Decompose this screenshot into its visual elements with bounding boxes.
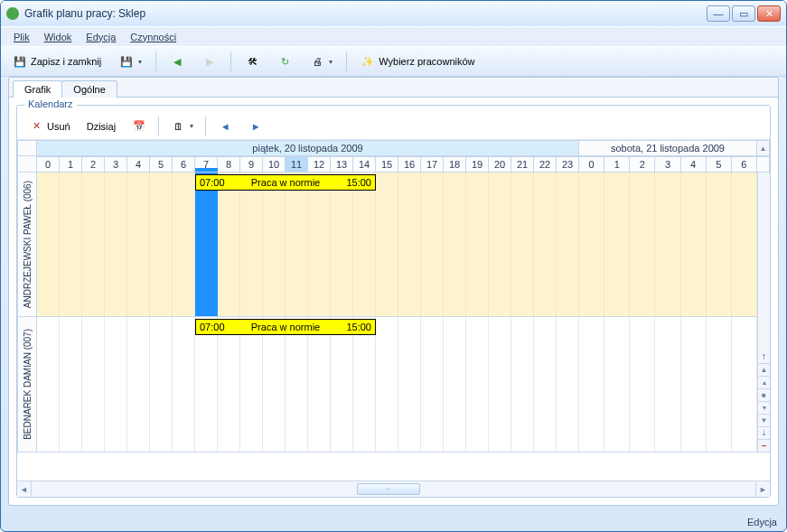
hour-cell[interactable]: 15 (376, 156, 398, 173)
collapse-button[interactable]: ▴ (758, 377, 770, 389)
hour-cell[interactable]: 14 (353, 156, 376, 173)
minimize-button[interactable]: — (707, 5, 730, 22)
event-end: 15:00 (346, 177, 371, 188)
scroll-track[interactable]: ⵈ (32, 481, 755, 497)
hour-cell[interactable]: 9 (240, 156, 263, 173)
view-split-button[interactable]: 🗓▾ (164, 116, 200, 137)
hour-cell[interactable]: 2 (82, 156, 105, 173)
toolbar-separator (155, 51, 156, 71)
scroll-gap (757, 156, 770, 173)
grid-column (421, 317, 444, 452)
toolbar-separator (346, 51, 347, 71)
forward-button[interactable]: ▶ (196, 51, 223, 72)
current-time-cap (195, 168, 218, 172)
hour-cell[interactable]: 20 (489, 156, 511, 173)
menu-file[interactable]: Plik (6, 30, 37, 44)
refresh-icon: ↻ (277, 54, 292, 69)
today-button[interactable]: Dzisiaj (80, 117, 122, 135)
back-button[interactable]: ◀ (164, 51, 191, 72)
hour-cell[interactable]: 5 (707, 156, 732, 173)
grid-column (37, 173, 60, 316)
hour-cell[interactable]: 3 (105, 156, 127, 173)
menu-actions[interactable]: Czynności (123, 30, 183, 44)
print-split-button[interactable]: 🖨▾ (304, 51, 339, 72)
hour-cell[interactable]: 4 (681, 156, 707, 173)
day-header-saturday[interactable]: sobota, 21 listopada 2009 (579, 140, 757, 156)
menu-view[interactable]: Widok (37, 30, 80, 44)
scroll-left-button[interactable]: ◄ (17, 481, 32, 497)
hour-cell[interactable]: 13 (331, 156, 353, 173)
window-title: Grafik planu pracy: Sklep (24, 7, 707, 20)
hour-cell[interactable]: 23 (557, 156, 579, 173)
maximize-button[interactable]: ▭ (732, 5, 755, 22)
expand-button[interactable]: ▾ (758, 402, 770, 415)
date-picker-button[interactable]: 📅 (126, 116, 153, 137)
next-button[interactable]: ► (242, 116, 269, 137)
window-controls: — ▭ ✕ (707, 5, 781, 22)
grid-column (557, 317, 579, 452)
menu-edit[interactable]: Edycja (79, 30, 123, 44)
hour-cell[interactable]: 2 (630, 156, 655, 173)
employee-label[interactable]: BEDNAREK DAMIAN (007) (17, 317, 37, 453)
hour-cell[interactable]: 11 (286, 156, 308, 173)
select-employees-label: Wybierz pracowników (379, 56, 474, 67)
employee-row: BEDNAREK DAMIAN (007) 07:00 Praca w norm… (17, 317, 770, 453)
prev-button[interactable]: ◄ (211, 116, 239, 137)
hour-cell[interactable]: 16 (398, 156, 421, 173)
grid-column (398, 173, 421, 316)
hour-cell[interactable]: 3 (655, 156, 680, 173)
scroll-thumb[interactable]: ⵈ (357, 483, 420, 495)
hour-cell[interactable]: 22 (534, 156, 557, 173)
hour-cell[interactable]: 8 (218, 156, 240, 173)
wand-icon: ✨ (361, 54, 375, 69)
hour-cell[interactable]: 19 (466, 156, 489, 173)
scroll-right-button[interactable]: ► (755, 481, 770, 497)
hour-cell[interactable]: 21 (511, 156, 534, 173)
scroll-up-button[interactable]: ▲ (758, 364, 770, 377)
hour-cell[interactable]: 1 (60, 156, 82, 173)
scroll-top-button[interactable]: ⤒ (758, 351, 770, 364)
scroll-bottom-button[interactable]: ⤓ (758, 427, 770, 440)
hour-cell[interactable]: 18 (444, 156, 466, 173)
grid-column (630, 173, 655, 316)
save-split-button[interactable]: 💾▾ (113, 51, 148, 72)
toolbar-separator (230, 51, 231, 71)
hour-cell[interactable]: 5 (150, 156, 173, 173)
tools-icon: 🛠 (245, 54, 259, 69)
hour-cell[interactable]: 10 (263, 156, 286, 173)
hour-cell[interactable]: 6 (732, 156, 757, 173)
grid-column (376, 173, 398, 316)
tab-ogolne[interactable]: Ogólne (61, 80, 117, 98)
hour-cell[interactable]: 0 (579, 156, 604, 173)
delete-button[interactable]: ✕ Usuń (23, 116, 77, 137)
hour-cell[interactable]: 1 (604, 156, 630, 173)
schedule-event[interactable]: 07:00 Praca w normie 15:00 (195, 319, 376, 335)
tab-grafik[interactable]: Grafik (13, 80, 62, 98)
app-icon (6, 7, 19, 20)
hour-cell[interactable]: 12 (308, 156, 331, 173)
employee-label[interactable]: ANDRZEJEWSKI PAWEŁ (006) (17, 173, 37, 317)
grid-column (37, 317, 60, 452)
employee-name: BEDNAREK DAMIAN (007) (23, 329, 33, 440)
grid-column (105, 317, 127, 452)
hour-cell[interactable]: 17 (421, 156, 444, 173)
grid-column (60, 173, 82, 316)
grid-column (82, 173, 105, 316)
schedule-row[interactable]: 07:00 Praca w normie 15:00 (37, 317, 757, 453)
hour-cell[interactable]: 0 (37, 156, 60, 173)
tools-button[interactable]: 🛠 (239, 51, 266, 72)
scroll-up-button[interactable]: ▲ (757, 140, 770, 156)
save-close-button[interactable]: 💾 Zapisz i zamknij (6, 51, 108, 72)
day-header-friday[interactable]: piątek, 20 listopada 2009 (37, 140, 579, 156)
close-button[interactable]: ✕ (757, 5, 781, 22)
scroll-down-button[interactable]: ▼ (758, 415, 770, 427)
hour-cell[interactable]: 6 (173, 156, 195, 173)
restore-button[interactable]: ■ (758, 389, 770, 402)
schedule-event[interactable]: 07:00 Praca w normie 15:00 (195, 174, 376, 191)
remove-row-button[interactable]: – (758, 440, 770, 453)
select-employees-button[interactable]: ✨ Wybierz pracowników (354, 51, 481, 72)
schedule-row[interactable]: 07:00 Praca w normie 15:00 (37, 173, 757, 317)
refresh-button[interactable]: ↻ (271, 51, 298, 72)
horizontal-scrollbar[interactable]: ◄ ⵈ ► (17, 481, 770, 497)
hour-cell[interactable]: 4 (127, 156, 150, 173)
